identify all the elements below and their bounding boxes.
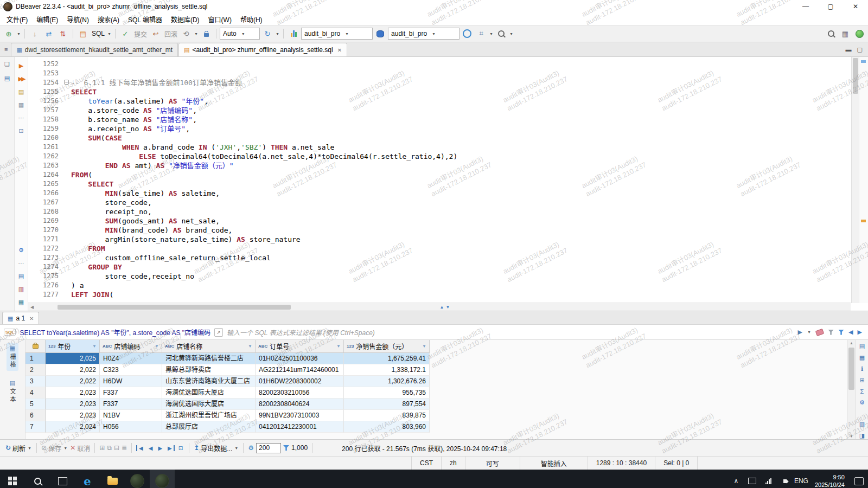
collapse-up-icon[interactable]: ▲ bbox=[440, 305, 444, 310]
column-header-1[interactable]: ABC店铺编码▼ bbox=[100, 340, 162, 353]
expand-down-icon[interactable]: ▼ bbox=[445, 305, 450, 310]
grid-cell[interactable]: 海澜优选国际大厦店 bbox=[162, 387, 256, 399]
tray-pc-icon[interactable] bbox=[744, 470, 761, 488]
first-row-icon[interactable]: ◀ bbox=[136, 445, 145, 451]
transaction-dropdown[interactable]: ▾ bbox=[194, 31, 199, 36]
taskbar-search-icon[interactable] bbox=[25, 470, 50, 488]
filter-back-icon[interactable]: ◀ bbox=[848, 329, 853, 336]
code-line[interactable]: 1264FROM( bbox=[28, 170, 851, 179]
edge-icon[interactable]: e bbox=[75, 470, 100, 488]
grid-cell[interactable]: C323 bbox=[100, 364, 162, 376]
restore-panel-icon[interactable]: ❏ bbox=[3, 60, 12, 68]
more-actions-icon[interactable]: ⋯ bbox=[17, 113, 26, 122]
grid-cell[interactable]: 0412012412230001 bbox=[256, 421, 344, 433]
file-explorer-icon[interactable] bbox=[100, 470, 125, 488]
grid-cell[interactable]: 浙江湖州织里吾悦广场店 bbox=[162, 410, 256, 421]
explain-plan-icon[interactable]: ▤ bbox=[17, 87, 26, 96]
grid-cell[interactable]: F337 bbox=[100, 387, 162, 399]
find-dropdown[interactable]: ▾ bbox=[509, 31, 514, 36]
new-sql-editor-icon[interactable]: ▤ bbox=[76, 28, 90, 40]
menu-item[interactable]: 文件(F) bbox=[2, 13, 32, 25]
output-panel-icon[interactable]: ⊡ bbox=[17, 126, 26, 135]
menu-item[interactable]: 搜索(A) bbox=[93, 13, 124, 25]
table-row[interactable]: 22,022C323黑鲸总部特卖店AG2212141um71424600011,… bbox=[25, 364, 847, 376]
filter-input[interactable]: 输入一个 SQL 表达式来过滤结果 (使用 Ctrl+Space) bbox=[227, 328, 794, 337]
column-header-2[interactable]: ABC店铺名称▼ bbox=[162, 340, 256, 353]
find-icon[interactable] bbox=[495, 28, 508, 40]
export-label[interactable]: 导出数据... bbox=[201, 444, 232, 453]
code-line[interactable]: 1257 a.store_code AS "店铺编码", bbox=[28, 106, 851, 115]
code-line[interactable]: 1272 FROM bbox=[28, 244, 851, 253]
panels-toggle-icon[interactable]: ◨ bbox=[859, 432, 865, 439]
connect-icon[interactable]: ⇄ bbox=[42, 28, 55, 40]
rollback-icon[interactable]: ↩ bbox=[149, 28, 162, 40]
status-indicator-icon[interactable] bbox=[853, 28, 866, 40]
refresh-dropdown[interactable]: ▾ bbox=[27, 446, 32, 451]
clock[interactable]: 9:50 2025/10/24 bbox=[809, 470, 850, 488]
grid-cell[interactable]: H6DW bbox=[100, 376, 162, 387]
tray-volume-icon[interactable] bbox=[777, 470, 793, 488]
more-options-icon[interactable]: ⋯ bbox=[17, 259, 26, 267]
app-icon-1[interactable] bbox=[125, 470, 150, 488]
code-line[interactable]: 1259 a.receipt_no AS "订单号", bbox=[28, 124, 851, 133]
column-filter-icon[interactable]: ▼ bbox=[336, 344, 341, 349]
refresh-schedule-dropdown[interactable]: ▾ bbox=[275, 31, 280, 36]
refresh-icon[interactable]: ↻ bbox=[5, 444, 11, 452]
grid-cell[interactable]: 1,302,676.26 bbox=[344, 376, 430, 387]
table-row[interactable]: 12,025H0Z4河北黄骅新海路信誉楼二店01H0Z425011000361,… bbox=[25, 353, 847, 364]
remove-filter-icon[interactable] bbox=[828, 330, 834, 335]
grid-vertical-scrollbar[interactable]: ▲ ▼ bbox=[847, 340, 856, 439]
scroll-down-icon[interactable]: ▼ bbox=[847, 434, 856, 438]
notification-center-icon[interactable] bbox=[854, 477, 864, 485]
new-sql-editor-label[interactable]: SQL bbox=[91, 30, 106, 37]
table-row[interactable]: 32,022H6DW山东东营济南路商业大厦二店01H6DW22083000021… bbox=[25, 376, 847, 387]
code-line[interactable]: 1254−-- 6.1.1 线下每年净销售金额前100订单净销售金额 bbox=[28, 78, 851, 87]
grid-cell[interactable]: 2,024 bbox=[46, 421, 100, 433]
code-line[interactable]: 1263 END AS amt) AS "净销售金额（元）" bbox=[28, 161, 851, 170]
code-line[interactable]: 1253 bbox=[28, 69, 851, 78]
table-row[interactable]: 62,023N1BV浙江湖州织里吾悦广场店99N1BV2307310003839… bbox=[25, 410, 847, 421]
last-row-icon[interactable]: ▶ bbox=[166, 445, 175, 451]
results-tab-close-icon[interactable]: ✕ bbox=[29, 316, 34, 322]
execute-script-icon[interactable]: ▶▶ bbox=[17, 74, 26, 83]
row-number-cell[interactable]: 3 bbox=[25, 376, 46, 387]
grid-cell[interactable]: AG2212141um7142460001 bbox=[256, 364, 344, 376]
network-dropdown[interactable]: ▾ bbox=[489, 31, 494, 36]
menu-item[interactable]: 窗口(W) bbox=[204, 13, 236, 25]
timezone-icon[interactable] bbox=[461, 28, 474, 40]
rollback-label[interactable]: 回滚 bbox=[163, 29, 178, 38]
grid-cell[interactable]: 82002303210056 bbox=[256, 387, 344, 399]
grid-cell[interactable]: 河北黄骅新海路信誉楼二店 bbox=[162, 353, 256, 364]
grid-cell[interactable]: F337 bbox=[100, 399, 162, 410]
grid-cell[interactable]: 1,338,172.1 bbox=[344, 364, 430, 376]
grid-cell[interactable]: 01H0Z42501100036 bbox=[256, 353, 344, 364]
grid-cell[interactable]: 2,023 bbox=[46, 387, 100, 399]
start-button[interactable] bbox=[0, 470, 25, 488]
menu-item[interactable]: SQL 编辑器 bbox=[124, 13, 167, 25]
fetch-size-input[interactable]: 200 bbox=[256, 443, 281, 453]
network-settings-icon[interactable]: ⌗ bbox=[475, 28, 488, 40]
grid-cell[interactable]: 海澜优选国际大厦店 bbox=[162, 399, 256, 410]
result-settings-gear-icon[interactable]: ⚙ bbox=[248, 444, 254, 452]
editor-tab-sql[interactable]: ▤ <audit_bi_pro> zhumr_offline_analysis_… bbox=[178, 43, 347, 56]
presentation-tab-grid[interactable]: ▦栅格 bbox=[7, 343, 18, 371]
code-line[interactable]: 1267 store_code, bbox=[28, 198, 851, 207]
refresh-label[interactable]: 刷新 bbox=[12, 444, 25, 453]
cursor-position-status[interactable]: 1289 : 10 : 38440 bbox=[588, 457, 655, 470]
code-line[interactable]: 1268 receipt_no, bbox=[28, 207, 851, 216]
grid-cell[interactable]: 总部展厅店 bbox=[162, 421, 256, 433]
new-sql-editor-dropdown[interactable]: ▾ bbox=[107, 31, 112, 36]
next-row-icon[interactable]: ▶ bbox=[156, 445, 164, 451]
save-icon[interactable]: ⊘ bbox=[41, 444, 47, 452]
task-view-icon[interactable] bbox=[50, 470, 75, 488]
add-row-icon[interactable]: ⊞ bbox=[99, 444, 105, 452]
transaction-mode-icon[interactable]: ⟲ bbox=[180, 28, 193, 40]
maximize-view-icon[interactable]: ▢ bbox=[857, 46, 863, 53]
row-number-cell[interactable]: 1 bbox=[25, 353, 46, 364]
menu-item[interactable]: 帮助(H) bbox=[236, 13, 267, 25]
export-icon[interactable]: ↥ bbox=[194, 444, 199, 452]
code-line[interactable]: 1262 ELSE toDecimal64(toDecimal64(a.net_… bbox=[28, 152, 851, 161]
delete-row-icon[interactable]: ⊟ bbox=[114, 444, 119, 452]
row-number-cell[interactable]: 2 bbox=[25, 364, 46, 376]
grid-cell[interactable]: 1,675,259.41 bbox=[344, 353, 430, 364]
